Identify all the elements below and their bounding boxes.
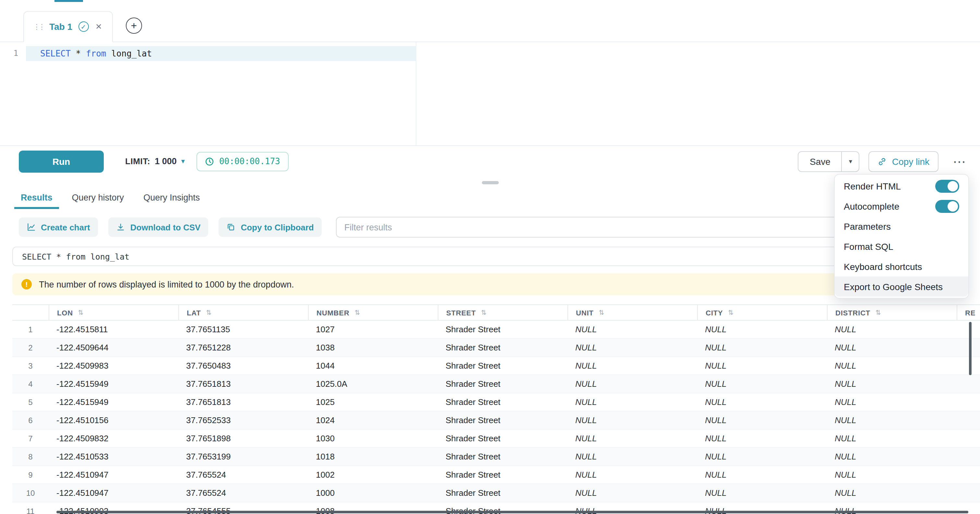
table-cell[interactable]: 1025.0A <box>308 375 438 393</box>
sort-icon[interactable]: ⇅ <box>481 309 487 316</box>
column-header-lon[interactable]: LON⇅ <box>49 305 178 320</box>
table-cell[interactable]: NULL <box>827 393 957 411</box>
table-cell[interactable]: NULL <box>697 466 827 484</box>
table-cell[interactable]: NULL <box>568 429 697 447</box>
table-cell[interactable]: Shrader Street <box>438 393 568 411</box>
table-cell[interactable]: NULL <box>697 484 827 502</box>
table-cell[interactable]: NULL <box>827 339 957 356</box>
table-cell[interactable] <box>957 393 980 411</box>
column-header-unit[interactable]: UNIT⇅ <box>568 305 697 320</box>
table-cell[interactable]: NULL <box>568 466 697 484</box>
table-cell[interactable]: NULL <box>827 375 957 393</box>
table-cell[interactable]: 37.7651228 <box>178 339 308 356</box>
table-cell[interactable]: NULL <box>568 412 697 429</box>
table-cell[interactable]: NULL <box>568 339 697 356</box>
column-header-number[interactable]: NUMBER⇅ <box>308 305 438 320</box>
table-cell[interactable]: 1018 <box>308 448 438 465</box>
column-header-re[interactable]: RE⇅ <box>957 305 980 320</box>
sort-icon[interactable]: ⇅ <box>599 309 605 316</box>
sql-editor[interactable]: 1 SELECT * from long_lat <box>0 42 980 145</box>
table-cell[interactable]: -122.4515949 <box>49 375 178 393</box>
table-cell[interactable]: 37.765524 <box>178 466 308 484</box>
table-cell[interactable]: NULL <box>568 448 697 465</box>
drag-handle-icon[interactable]: ⋮⋮ <box>33 22 43 31</box>
tab-tab1[interactable]: ⋮⋮ Tab 1 ✓ × <box>23 11 113 42</box>
table-cell[interactable]: NULL <box>568 375 697 393</box>
table-cell[interactable]: 37.7653199 <box>178 448 308 465</box>
table-cell[interactable]: -122.4509832 <box>49 429 178 447</box>
code-line[interactable]: SELECT * from long_lat <box>40 46 152 61</box>
table-cell[interactable]: Shrader Street <box>438 448 568 465</box>
table-cell[interactable]: -122.4515949 <box>49 393 178 411</box>
download-csv-button[interactable]: Download to CSV <box>108 217 208 237</box>
table-cell[interactable] <box>957 339 980 356</box>
table-cell[interactable] <box>957 484 980 502</box>
horizontal-scrollbar[interactable] <box>56 511 968 513</box>
table-cell[interactable] <box>957 429 980 447</box>
sort-icon[interactable]: ⇅ <box>876 309 881 316</box>
table-cell[interactable]: 1002 <box>308 466 438 484</box>
table-cell[interactable]: 37.7651898 <box>178 429 308 447</box>
menu-item-render-html[interactable]: Render HTML <box>835 176 968 196</box>
table-cell[interactable]: NULL <box>568 393 697 411</box>
table-cell[interactable]: NULL <box>568 321 697 338</box>
table-cell[interactable]: -122.4510156 <box>49 412 178 429</box>
table-cell[interactable]: -122.4510947 <box>49 466 178 484</box>
table-cell[interactable]: 1030 <box>308 429 438 447</box>
menu-item-keyboard-shortcuts[interactable]: Keyboard shortcuts <box>835 256 968 276</box>
column-header-lat[interactable]: LAT⇅ <box>178 305 308 320</box>
menu-item-export-to-google-sheets[interactable]: Export to Google Sheets <box>835 276 968 297</box>
more-options-button[interactable]: ⋯ <box>953 155 966 168</box>
column-header-district[interactable]: DISTRICT⇅ <box>827 305 957 320</box>
table-cell[interactable] <box>957 375 980 393</box>
run-button[interactable]: Run <box>19 150 104 172</box>
table-cell[interactable]: Shrader Street <box>438 466 568 484</box>
table-cell[interactable]: 37.7650483 <box>178 357 308 375</box>
menu-item-format-sql[interactable]: Format SQL <box>835 236 968 256</box>
vertical-scrollbar[interactable] <box>969 322 972 375</box>
table-cell[interactable] <box>957 448 980 465</box>
toggle-render-html[interactable] <box>935 179 959 192</box>
table-cell[interactable]: 37.7651813 <box>178 375 308 393</box>
copy-clipboard-button[interactable]: Copy to Clipboard <box>219 217 321 237</box>
menu-item-parameters[interactable]: Parameters <box>835 216 968 236</box>
table-cell[interactable]: NULL <box>568 484 697 502</box>
table-cell[interactable]: Shrader Street <box>438 429 568 447</box>
column-header-city[interactable]: CITY⇅ <box>697 305 827 320</box>
table-cell[interactable]: -122.4510947 <box>49 484 178 502</box>
table-cell[interactable]: NULL <box>827 412 957 429</box>
table-cell[interactable]: Shrader Street <box>438 357 568 375</box>
table-cell[interactable]: Shrader Street <box>438 375 568 393</box>
table-cell[interactable]: 37.7651813 <box>178 393 308 411</box>
table-cell[interactable]: 1044 <box>308 357 438 375</box>
table-cell[interactable]: 1027 <box>308 321 438 338</box>
table-cell[interactable]: NULL <box>827 357 957 375</box>
table-cell[interactable]: NULL <box>697 412 827 429</box>
table-cell[interactable]: 1024 <box>308 412 438 429</box>
table-cell[interactable]: 1025 <box>308 393 438 411</box>
table-cell[interactable]: 1000 <box>308 484 438 502</box>
table-cell[interactable]: NULL <box>827 484 957 502</box>
table-cell[interactable]: NULL <box>827 321 957 338</box>
sort-icon[interactable]: ⇅ <box>355 309 360 316</box>
table-cell[interactable]: NULL <box>697 357 827 375</box>
sort-icon[interactable]: ⇅ <box>78 309 84 316</box>
limit-dropdown[interactable]: LIMIT: 1 000 ▾ <box>125 156 185 166</box>
tab-query-insights[interactable]: Query Insights <box>137 188 206 209</box>
table-cell[interactable]: NULL <box>568 357 697 375</box>
create-chart-button[interactable]: Create chart <box>19 217 98 237</box>
column-header-street[interactable]: STREET⇅ <box>438 305 568 320</box>
table-cell[interactable]: 37.765524 <box>178 484 308 502</box>
menu-item-autocomplete[interactable]: Autocomplete <box>835 196 968 216</box>
table-cell[interactable]: NULL <box>827 429 957 447</box>
table-cell[interactable]: Shrader Street <box>438 321 568 338</box>
tab-query-history[interactable]: Query history <box>65 188 131 209</box>
table-cell[interactable]: NULL <box>827 448 957 465</box>
sort-icon[interactable]: ⇅ <box>728 309 734 316</box>
table-cell[interactable]: -122.4509644 <box>49 339 178 356</box>
table-cell[interactable]: NULL <box>697 393 827 411</box>
tab-results[interactable]: Results <box>14 188 59 209</box>
copy-link-button[interactable]: Copy link <box>869 151 939 172</box>
toggle-autocomplete[interactable] <box>935 200 959 212</box>
save-button[interactable]: Save <box>799 152 842 171</box>
